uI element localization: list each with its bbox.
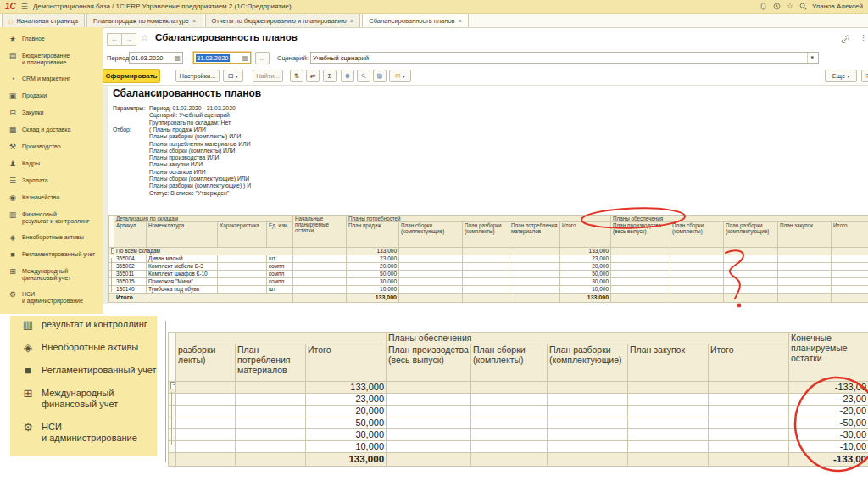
cell-material-consumption[interactable]	[236, 429, 306, 441]
cell-production[interactable]	[387, 394, 471, 406]
cell-opening[interactable]	[293, 248, 347, 255]
sidebar-item-13[interactable]: ■Регламентированный учет	[7, 251, 103, 259]
cell-disassembly-comp[interactable]	[724, 294, 778, 303]
cell-material-consumption[interactable]	[509, 294, 560, 303]
cell-opening[interactable]	[293, 263, 347, 271]
copy-report-button[interactable]: ⊡▾	[223, 70, 243, 82]
cell-supply-total[interactable]	[709, 382, 789, 394]
cell-assembly-kits[interactable]	[670, 248, 724, 255]
cell-demand-total[interactable]: 20,000	[306, 406, 387, 417]
sidebar-item-1[interactable]: ★Главное	[7, 36, 103, 43]
cell-supply-total[interactable]	[832, 278, 868, 286]
cell-disassembly-kits[interactable]	[176, 453, 236, 467]
cell-assembly-kits[interactable]	[670, 255, 724, 263]
period-to-input[interactable]: 31.03.2020▦	[193, 52, 251, 64]
tab-3[interactable]: Отчеты по бюджетированию и планированию×	[205, 14, 361, 27]
cell-plan-sales[interactable]: 30,000	[347, 278, 399, 286]
notifications-bell-icon[interactable]	[760, 3, 767, 10]
cell-nomenclature[interactable]: Прихожая "Мини"	[147, 278, 218, 286]
period-ellipsis-button[interactable]: ...	[255, 52, 270, 64]
collapse-group-icon[interactable]: −	[170, 382, 176, 389]
cell-demand-total[interactable]: 23,000	[306, 394, 387, 406]
cell-purchase[interactable]	[628, 453, 709, 467]
more-button[interactable]: Еще▾	[825, 70, 857, 82]
sidebar-item-3[interactable]: ◔CRM и маркетинг	[7, 76, 103, 83]
cell-disassembly-kits[interactable]	[176, 441, 236, 453]
current-user[interactable]: Уланов Алексей	[812, 3, 863, 10]
cell-opening[interactable]	[293, 286, 347, 294]
cell-assembly-kits[interactable]	[471, 453, 548, 467]
cell-disassembly-comp[interactable]	[548, 453, 628, 467]
cell-material-consumption[interactable]	[509, 255, 560, 263]
cell-article[interactable]: 130140	[114, 286, 147, 294]
cell-article[interactable]: 355015	[114, 278, 147, 286]
cell-demand-total[interactable]: 50,000	[306, 417, 387, 429]
cell-purchase[interactable]	[778, 286, 832, 294]
cell-disassembly-kits[interactable]	[463, 263, 509, 271]
cell-purchase[interactable]	[778, 263, 832, 271]
cell-material-consumption[interactable]	[236, 406, 306, 417]
cell-purchase[interactable]	[778, 294, 832, 303]
cell-assembly-comp[interactable]	[399, 248, 463, 255]
cell-production[interactable]	[611, 271, 670, 278]
cell-material-consumption[interactable]	[236, 394, 306, 406]
help-button[interactable]: ?	[861, 70, 868, 82]
cell-supply-total[interactable]	[832, 248, 868, 255]
cell-ending-balance[interactable]: -30,00	[789, 429, 868, 441]
cell-production[interactable]	[387, 382, 471, 394]
cell-material-consumption[interactable]	[509, 263, 560, 271]
get-link-icon[interactable]	[841, 35, 850, 44]
cell-supply-total[interactable]	[832, 286, 868, 294]
cell-characteristic[interactable]	[218, 255, 267, 263]
cell-article[interactable]: 355004	[114, 255, 147, 263]
cell-demand-total[interactable]: 50,000	[560, 271, 611, 278]
cell-production[interactable]	[387, 429, 471, 441]
period-from-input[interactable]: 01.03.2020▦	[129, 52, 183, 64]
cell-demand-total[interactable]: 133,000	[306, 382, 387, 394]
cell-production[interactable]	[387, 441, 471, 453]
cell-plan-sales[interactable]: 133,000	[347, 294, 399, 303]
cell-plan-sales[interactable]: 133,000	[347, 248, 399, 255]
cell-material-consumption[interactable]	[509, 286, 560, 294]
cell-supply-total[interactable]	[709, 429, 789, 441]
cell-assembly-comp[interactable]	[399, 286, 463, 294]
cell-nomenclature[interactable]: Диван малый	[147, 255, 218, 263]
cell-production[interactable]	[387, 453, 471, 467]
favorite-page-star-icon[interactable]: ☆	[141, 33, 148, 42]
cell-demand-total[interactable]: 30,000	[306, 429, 387, 441]
cell-purchase[interactable]	[628, 406, 709, 417]
cell-supply-total[interactable]	[709, 406, 789, 417]
sidebar-item-10[interactable]: ◉Казначейство	[7, 194, 103, 202]
collapse-group-icon[interactable]: −	[111, 248, 114, 254]
cell-opening[interactable]	[293, 278, 347, 286]
cell-disassembly-comp[interactable]	[548, 441, 628, 453]
save-button[interactable]	[373, 70, 387, 82]
cell-disassembly-comp[interactable]	[724, 278, 778, 286]
cell-disassembly-comp[interactable]	[548, 406, 628, 417]
tab-2[interactable]: Планы продаж по номенклатуре×	[86, 14, 203, 27]
cell-supply-total[interactable]	[709, 441, 789, 453]
cell-opening[interactable]	[293, 294, 347, 303]
cell-assembly-kits[interactable]	[471, 429, 548, 441]
cell-disassembly-kits[interactable]	[463, 255, 509, 263]
sidebar-item-12[interactable]: ◈Внеоборотные активы	[7, 234, 103, 242]
magnified-sidebar-item-1[interactable]: ▥результат и контроллинг	[20, 319, 157, 330]
cell-production[interactable]	[611, 255, 670, 263]
cell-supply-total[interactable]	[832, 271, 868, 278]
magnified-sidebar-item-5[interactable]: ⚙НСИи администрирование	[20, 422, 157, 444]
cell-production[interactable]	[611, 278, 670, 286]
row-expander[interactable]: −	[169, 382, 176, 394]
cell-characteristic[interactable]	[218, 271, 267, 278]
row-label[interactable]: По всем складам	[114, 248, 293, 255]
sidebar-item-7[interactable]: ⚒Производство	[7, 143, 103, 151]
cell-characteristic[interactable]	[218, 278, 267, 286]
cell-demand-total[interactable]: 10,000	[560, 286, 611, 294]
cell-disassembly-comp[interactable]	[724, 286, 778, 294]
cell-characteristic[interactable]	[218, 286, 267, 294]
row-label[interactable]: Итого	[114, 294, 293, 303]
cell-production[interactable]	[611, 286, 670, 294]
cell-disassembly-comp[interactable]	[724, 248, 778, 255]
cell-supply-total[interactable]	[709, 394, 789, 406]
cell-nomenclature[interactable]: Тумбочка под обувь	[147, 286, 218, 294]
magnified-sidebar-item-2[interactable]: ◈Внеоборотные активы	[20, 342, 157, 353]
